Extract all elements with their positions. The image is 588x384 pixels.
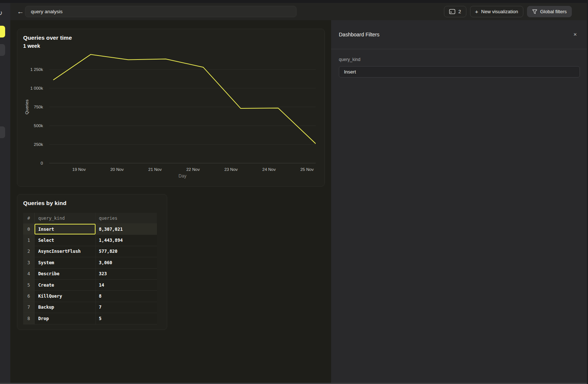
filter-value-input[interactable] — [339, 66, 580, 78]
window-top-edge — [0, 0, 588, 3]
x-tick-label: 25 Nov — [300, 167, 313, 172]
row-index: 8 — [23, 313, 35, 324]
row-index: 2 — [23, 246, 35, 257]
x-tick-label: 20 Nov — [110, 167, 123, 172]
row-index: 7 — [23, 302, 35, 313]
filter-field: query_kind — [339, 57, 580, 78]
query-kind-cell[interactable]: Select — [35, 235, 96, 246]
table-title: Queries by kind — [23, 200, 67, 207]
left-rail: ↻ — [0, 3, 10, 384]
query-kind-cell[interactable]: Drop — [35, 313, 96, 324]
rail-item[interactable] — [0, 126, 5, 138]
global-filters-button[interactable]: Global filters — [527, 6, 572, 17]
dashboard-title-input[interactable] — [25, 6, 297, 17]
x-axis-title: Day — [49, 173, 316, 179]
queries-cell[interactable]: 8 — [96, 291, 157, 302]
table-row: 2AsyncInsertFlush577,820 — [23, 246, 157, 257]
row-index: 5 — [23, 280, 35, 291]
dashboard-filters-panel: Dashboard Filters ✕ query_kind — [331, 20, 588, 384]
close-icon[interactable]: ✕ — [573, 32, 577, 37]
row-index: 4 — [23, 269, 35, 280]
y-tick-label: 750k — [19, 104, 43, 110]
queries-cell[interactable]: 8,307,021 — [96, 224, 157, 235]
col-header-index: # — [23, 213, 35, 224]
table-row: 3System3,060 — [23, 257, 157, 268]
back-arrow-icon[interactable]: ← — [17, 8, 24, 16]
query-kind-cell[interactable]: AsyncInsertFlush — [35, 246, 96, 257]
query-kind-cell[interactable]: Create — [35, 280, 96, 291]
row-index: 0 — [23, 224, 35, 235]
app-window: ↻ ← 2 + New visualization Gl — [0, 0, 588, 384]
queries-cell[interactable]: 323 — [96, 269, 157, 280]
panel-header: Dashboard Filters ✕ — [331, 20, 588, 49]
query-kind-cell[interactable]: System — [35, 257, 96, 268]
y-tick-label: 0 — [19, 160, 43, 166]
console-count-label: 2 — [458, 9, 461, 14]
x-tick-label: 22 Nov — [186, 167, 200, 172]
y-tick-label: 1 250k — [19, 67, 43, 72]
rail-item-active[interactable] — [0, 26, 5, 37]
new-visualization-label: New visualization — [481, 9, 518, 14]
table-row: 0Insert8,307,021 — [23, 224, 157, 235]
table-row: 6KillQuery8 — [23, 291, 157, 302]
plus-icon: + — [475, 8, 478, 15]
x-axis-ticks: 19 Nov20 Nov21 Nov22 Nov23 Nov24 Nov25 N… — [49, 167, 316, 173]
row-index: 1 — [23, 235, 35, 246]
query-kind-cell[interactable]: KillQuery — [35, 291, 96, 302]
new-visualization-button[interactable]: + New visualization — [470, 6, 523, 17]
table-row: 1Select1,443,894 — [23, 235, 157, 246]
x-tick-label: 24 Nov — [262, 167, 276, 172]
topbar-actions: 2 + New visualization Global filters — [444, 6, 572, 17]
topbar: ← 2 + New visualization Global filters — [10, 3, 588, 20]
queries-cell[interactable]: 7 — [96, 302, 157, 313]
queries-cell[interactable]: 5 — [96, 313, 157, 324]
y-tick-label: 500k — [19, 123, 43, 129]
table-card: Queries by kind # query_kind queries 0In… — [17, 194, 167, 330]
history-icon[interactable]: ↻ — [0, 9, 3, 17]
console-count-button[interactable]: 2 — [444, 6, 466, 17]
funnel-icon — [532, 9, 537, 14]
table-row: 5Create14 — [23, 280, 157, 291]
table-header-row: # query_kind queries — [23, 213, 157, 224]
queries-table-body: 0Insert8,307,0211Select1,443,8942AsyncIn… — [23, 224, 157, 324]
sql-console-icon — [449, 9, 455, 14]
rail-item[interactable] — [0, 44, 5, 56]
col-header-query-kind[interactable]: query_kind — [35, 213, 96, 224]
query-kind-cell[interactable]: Backup — [35, 302, 96, 313]
global-filters-label: Global filters — [540, 9, 567, 14]
query-kind-cell[interactable]: Describe — [35, 269, 96, 280]
queries-cell[interactable]: 3,060 — [96, 257, 157, 268]
table-row: 7Backup7 — [23, 302, 157, 313]
table-row: 8Drop5 — [23, 313, 157, 324]
queries-table: # query_kind queries 0Insert8,307,0211Se… — [23, 213, 157, 324]
queries-series-line — [53, 54, 316, 144]
y-tick-label: 1 000k — [19, 85, 43, 91]
col-header-queries[interactable]: queries — [96, 213, 157, 224]
panel-title: Dashboard Filters — [339, 32, 380, 37]
row-index: 6 — [23, 291, 35, 302]
chart-card: Queries over time 1 week Queries 0250k50… — [17, 29, 325, 187]
row-index: 3 — [23, 257, 35, 268]
table-row: 4Describe323 — [23, 269, 157, 280]
main-content: Queries over time 1 week Queries 0250k50… — [10, 20, 331, 384]
queries-cell[interactable]: 1,443,894 — [96, 235, 157, 246]
y-axis-ticks: 0250k500k750k1 000k1 250k — [17, 29, 46, 186]
query-kind-cell[interactable]: Insert — [35, 224, 96, 235]
line-chart[interactable] — [49, 53, 316, 167]
y-tick-label: 250k — [19, 141, 43, 147]
x-tick-label: 19 Nov — [72, 167, 86, 172]
filter-field-label: query_kind — [339, 57, 580, 62]
queries-cell[interactable]: 577,820 — [96, 246, 157, 257]
x-tick-label: 23 Nov — [224, 167, 237, 172]
queries-cell[interactable]: 14 — [96, 280, 157, 291]
x-tick-label: 21 Nov — [148, 167, 162, 172]
